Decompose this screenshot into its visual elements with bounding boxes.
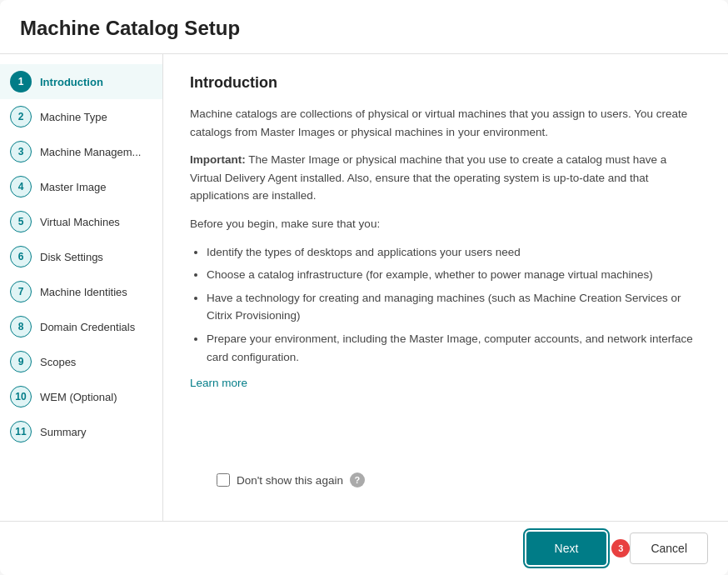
step-badge-2: 2 bbox=[10, 106, 32, 128]
cancel-group: 3 Cancel bbox=[616, 532, 708, 564]
help-icon[interactable]: ? bbox=[350, 472, 365, 488]
sidebar: 1Introduction2Machine Type3Machine Manag… bbox=[0, 54, 163, 521]
sidebar-label: Domain Credentials bbox=[40, 321, 135, 333]
sidebar-label: Scopes bbox=[40, 356, 76, 368]
dialog-footer: Next 3 Cancel bbox=[0, 521, 728, 575]
sidebar-label: Machine Identities bbox=[40, 286, 127, 298]
step-badge-8: 8 bbox=[10, 316, 32, 338]
dialog-body: 1Introduction2Machine Type3Machine Manag… bbox=[0, 54, 728, 521]
intro-para-2: Important: The Master Image or physical … bbox=[190, 151, 701, 205]
sidebar-item-introduction[interactable]: 1Introduction bbox=[0, 64, 162, 99]
sidebar-label: Master Image bbox=[40, 181, 106, 193]
bullet-item: Choose a catalog infrastructure (for exa… bbox=[207, 266, 701, 284]
step-badge-9: 9 bbox=[10, 351, 32, 372]
step-badge-1: 1 bbox=[10, 71, 32, 92]
sidebar-item-disk-settings[interactable]: 6Disk Settings bbox=[0, 239, 162, 274]
next-button[interactable]: Next bbox=[526, 532, 607, 565]
content-body: Machine catalogs are collections of phys… bbox=[190, 105, 701, 459]
dont-show-checkbox[interactable] bbox=[217, 473, 230, 487]
bullet-item: Identify the types of desktops and appli… bbox=[207, 243, 701, 262]
step-badge-5: 5 bbox=[10, 211, 32, 232]
dialog-title: Machine Catalog Setup bbox=[20, 17, 708, 40]
sidebar-label: Machine Managem... bbox=[40, 146, 141, 158]
step-badge-11: 11 bbox=[10, 421, 32, 442]
bullet-item: Have a technology for creating and manag… bbox=[207, 289, 701, 325]
dont-show-checkbox-label[interactable]: Don't show this again bbox=[217, 473, 343, 487]
sidebar-label: Introduction bbox=[40, 76, 103, 88]
learn-more-link[interactable]: Learn more bbox=[190, 377, 247, 389]
sidebar-label: Virtual Machines bbox=[40, 216, 120, 228]
footer-area: Don't show this again ? bbox=[190, 459, 701, 501]
sidebar-item-machine-identities[interactable]: 7Machine Identities bbox=[0, 274, 162, 309]
sidebar-item-wem--optional-[interactable]: 10WEM (Optional) bbox=[0, 379, 162, 414]
sidebar-item-summary[interactable]: 11Summary bbox=[0, 414, 162, 449]
step-badge-6: 6 bbox=[10, 246, 32, 268]
dont-show-label: Don't show this again bbox=[237, 474, 343, 487]
sidebar-label: Machine Type bbox=[40, 111, 107, 123]
machine-catalog-setup-dialog: Machine Catalog Setup 1Introduction2Mach… bbox=[0, 0, 728, 575]
sidebar-label: Summary bbox=[40, 426, 87, 438]
cancel-badge: 3 bbox=[611, 539, 630, 558]
important-label: Important: bbox=[190, 153, 246, 166]
step-badge-10: 10 bbox=[10, 386, 32, 408]
before-begin-label: Before you begin, make sure that you: bbox=[190, 215, 701, 233]
sidebar-item-domain-credentials[interactable]: 8Domain Credentials bbox=[0, 309, 162, 344]
content-title: Introduction bbox=[190, 74, 701, 92]
sidebar-item-machine-managem---[interactable]: 3Machine Managem... bbox=[0, 134, 162, 169]
sidebar-item-master-image[interactable]: 4Master Image bbox=[0, 169, 162, 204]
main-content: Introduction Machine catalogs are collec… bbox=[163, 54, 728, 521]
sidebar-item-machine-type[interactable]: 2Machine Type bbox=[0, 99, 162, 134]
bullet-item: Prepare your environment, including the … bbox=[207, 330, 701, 366]
sidebar-item-virtual-machines[interactable]: 5Virtual Machines bbox=[0, 204, 162, 239]
step-badge-3: 3 bbox=[10, 141, 32, 162]
dialog-header: Machine Catalog Setup bbox=[0, 0, 728, 54]
cancel-button[interactable]: Cancel bbox=[630, 532, 708, 564]
important-text: The Master Image or physical machine tha… bbox=[190, 153, 666, 202]
sidebar-item-scopes[interactable]: 9Scopes bbox=[0, 344, 162, 379]
intro-para-1: Machine catalogs are collections of phys… bbox=[190, 105, 701, 141]
step-badge-7: 7 bbox=[10, 281, 32, 302]
step-badge-4: 4 bbox=[10, 176, 32, 198]
sidebar-label: WEM (Optional) bbox=[40, 391, 117, 403]
bullet-list: Identify the types of desktops and appli… bbox=[207, 243, 701, 367]
sidebar-label: Disk Settings bbox=[40, 251, 103, 263]
